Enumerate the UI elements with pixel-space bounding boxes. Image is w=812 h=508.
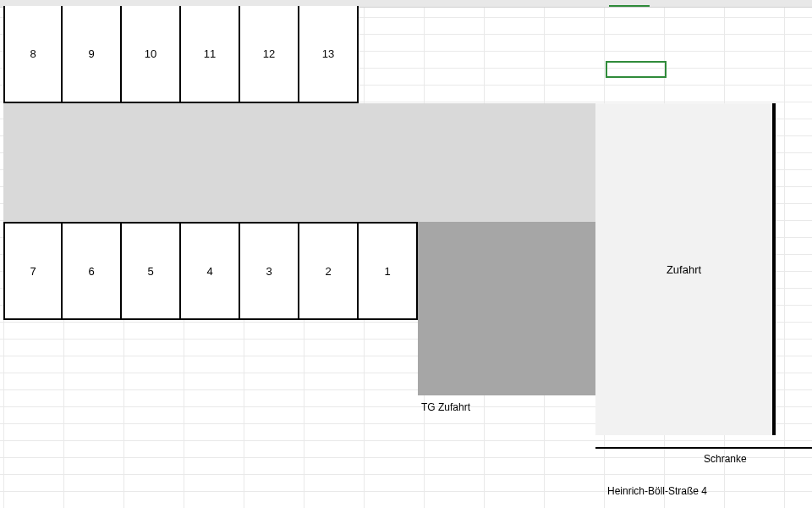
slot-number: 6 (88, 265, 94, 278)
drive-lane (3, 103, 595, 222)
parking-slot[interactable]: 3 (240, 222, 299, 320)
parking-slot[interactable]: 9 (63, 6, 122, 103)
slot-number: 9 (88, 47, 94, 60)
slot-number: 4 (206, 265, 212, 278)
zufahrt-area: Zufahrt (595, 103, 774, 435)
parking-slot[interactable]: 4 (181, 222, 240, 320)
slot-number: 11 (204, 47, 216, 60)
schranke-line (595, 447, 812, 449)
slot-number: 12 (263, 47, 275, 60)
zufahrt-label: Zufahrt (667, 263, 701, 276)
parking-row-top: 8 9 10 11 12 13 (3, 6, 359, 103)
selected-cell[interactable] (606, 61, 667, 78)
active-column-indicator (609, 0, 650, 7)
slot-number: 3 (266, 265, 272, 278)
parking-slot[interactable]: 8 (3, 6, 63, 103)
parking-slot[interactable]: 2 (299, 222, 359, 320)
slot-number: 7 (30, 265, 36, 278)
slot-number: 8 (30, 47, 36, 60)
slot-number: 1 (384, 265, 390, 278)
slot-number: 2 (325, 265, 331, 278)
tg-zufahrt-area (418, 222, 595, 395)
schranke-label: Schranke (704, 453, 747, 465)
parking-slot[interactable]: 7 (3, 222, 63, 320)
parking-slot[interactable]: 6 (63, 222, 122, 320)
parking-slot[interactable]: 1 (359, 222, 418, 320)
slot-number: 10 (145, 47, 156, 60)
parking-slot[interactable]: 5 (122, 222, 181, 320)
parking-slot[interactable]: 13 (299, 6, 359, 103)
parking-slot[interactable]: 10 (122, 6, 181, 103)
parking-slot[interactable]: 12 (240, 6, 299, 103)
slot-number: 5 (147, 265, 153, 278)
street-label: Heinrich-Böll-Straße 4 (607, 485, 707, 497)
parking-row-bottom: 7 6 5 4 3 2 1 (3, 222, 418, 320)
parking-slot[interactable]: 11 (181, 6, 240, 103)
right-border (774, 103, 776, 435)
slot-number: 13 (322, 47, 334, 60)
tg-zufahrt-label: TG Zufahrt (421, 401, 470, 413)
